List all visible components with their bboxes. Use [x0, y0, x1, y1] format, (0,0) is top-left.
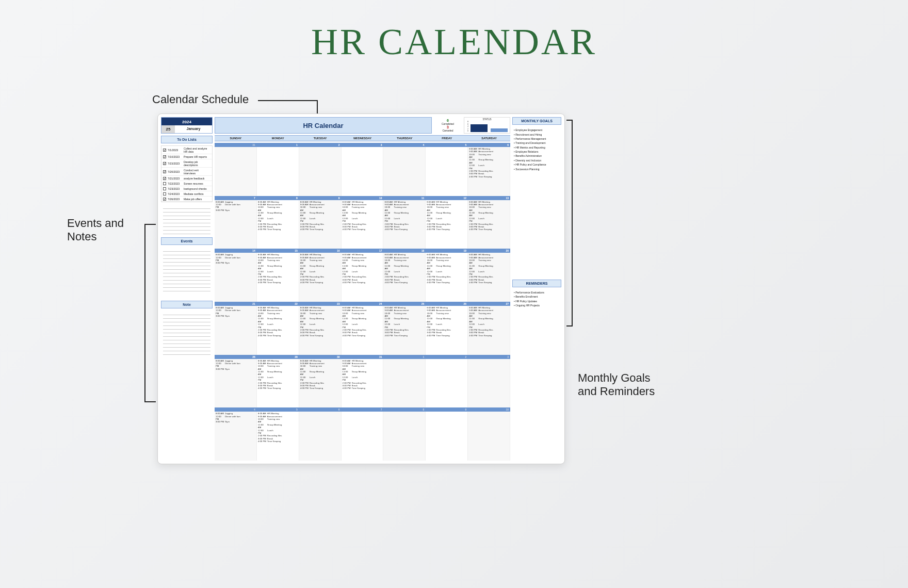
checkbox-icon[interactable]	[163, 198, 166, 201]
event-item: 12:00 PMLunch	[384, 217, 424, 223]
day-cell	[342, 412, 384, 461]
event-item: 4:00 PMTime Keeping	[469, 175, 509, 178]
event-item: 10:00 AMTraining new	[258, 206, 298, 211]
event-item: 10:00 AMTraining new	[427, 259, 466, 265]
page-title: HR CALENDAR	[0, 0, 908, 69]
event-item: 12:00 PMLunch	[469, 323, 509, 329]
reminder-item: Ongoing HR Projects	[514, 303, 560, 307]
year-box: 2024 25 January	[161, 117, 213, 134]
annotation-schedule: Calendar Schedule	[152, 93, 249, 106]
checkbox-icon[interactable]	[163, 170, 166, 173]
goal-item: Recruitment and Hiring	[514, 132, 560, 136]
event-item: 10:00 AMTraining new	[343, 206, 382, 211]
day-cell: 8:00 AMJogging12:00 PMDinner with fam3:0…	[215, 200, 257, 249]
event-item: 10:00 AMTraining new	[300, 365, 340, 370]
day-cell: 8:00 AMHR Meeting9:00 AMAnnouncement10:0…	[383, 200, 426, 249]
event-item: 12:00 PMLunch	[384, 270, 424, 276]
checkbox-icon[interactable]	[163, 155, 166, 158]
event-item: 12:00 PMLunch	[343, 376, 382, 382]
date-cell: 9	[299, 196, 342, 200]
event-item: 12:00 PMLunch	[258, 270, 298, 276]
date-cell: 6	[299, 407, 342, 412]
day-cell: 8:00 AMJogging12:00 PMDinner with fam3:0…	[215, 412, 257, 461]
checkbox-icon[interactable]	[163, 192, 166, 195]
todo-date: 7/15/2023	[168, 162, 182, 165]
left-panel: 2024 25 January To Do Lists 7/1/2023Coll…	[161, 117, 213, 461]
blank-lines	[161, 204, 213, 235]
todo-row: 7/23/2023background checks	[161, 186, 212, 191]
event-item: 10:00 AMTraining new	[300, 259, 340, 265]
year-label: 2024	[161, 119, 212, 125]
checkbox-icon[interactable]	[163, 182, 166, 185]
event-item: 11:00 AMGroup Meeting	[343, 370, 382, 376]
event-item: 10:00 AMTraining new	[384, 312, 424, 318]
day-cell	[426, 147, 468, 196]
todo-text: analyze feedback	[184, 177, 204, 180]
annotation-line	[317, 100, 318, 115]
week-row: 456789108:00 AMJogging12:00 PMDinner wit…	[215, 407, 510, 461]
date-cell: 11	[383, 196, 426, 200]
event-item: 3:00 PMGym	[216, 262, 255, 264]
event-item: 3:00 PMGym	[216, 315, 255, 317]
day-cell: 8:00 AMHR Meeting9:00 AMAnnouncement10:0…	[342, 253, 384, 302]
todo-text: Make job offers	[184, 198, 202, 201]
event-item: 4:00 PMTime Keeping	[469, 334, 509, 337]
event-item: 4:00 PMTime Keeping	[300, 387, 340, 389]
event-item: 11:00 AMGroup Meeting	[258, 211, 298, 217]
event-item: 12:00 PMLunch	[258, 376, 298, 382]
calendar-title: HR Calendar	[215, 117, 432, 134]
checkbox-icon[interactable]	[163, 177, 166, 180]
event-item: 12:00 PMDinner with fam	[216, 309, 255, 315]
date-cell: 3	[342, 143, 384, 147]
event-item: 12:00 PMLunch	[258, 217, 298, 223]
day-cell: 8:00 AMHR Meeting9:00 AMAnnouncement10:0…	[257, 200, 299, 249]
day-cell: 8:00 AMHR Meeting9:00 AMAnnouncement10:0…	[299, 359, 342, 408]
day-cell: 8:00 AMJogging12:00 PMDinner with fam3:0…	[215, 306, 257, 355]
event-item: 4:00 PMTime Keeping	[343, 334, 382, 337]
date-cell: 17	[342, 249, 384, 253]
date-cell: 26	[426, 302, 468, 306]
checkbox-icon[interactable]	[163, 149, 166, 152]
bar-canceled	[491, 128, 508, 133]
event-item: 10:00 AMTraining new	[258, 259, 298, 265]
event-item: 12:00 PMDinner with fam	[216, 256, 255, 262]
goal-item: Performance Management	[514, 137, 560, 141]
checkbox-icon[interactable]	[163, 162, 166, 165]
day-header: TUESDAY	[299, 136, 342, 141]
todo-row: 7/22/2023Screen resumes	[161, 181, 212, 186]
date-cell: 8	[383, 407, 426, 412]
event-item: 11:00 AMGroup Meeting	[384, 317, 424, 323]
day-cell: 8:00 AMHR Meeting9:00 AMAnnouncement10:0…	[299, 253, 342, 302]
todo-date: 7/26/2023	[168, 198, 182, 201]
day-cell	[426, 412, 468, 461]
todo-date: 7/22/2023	[168, 182, 182, 185]
event-item: 11:00 AMGroup Meeting	[258, 317, 298, 323]
day-cell	[383, 412, 426, 461]
day-label: 25	[161, 125, 175, 133]
annotation-line	[144, 401, 156, 402]
date-cell: 5	[257, 407, 299, 412]
goal-item: Benefits Administration	[514, 154, 560, 158]
day-cell	[299, 147, 342, 196]
event-item: 11:00 AMGroup Meeting	[427, 317, 466, 323]
week-row: 311234568:00 AMHR Meeting9:00 AMAnnounce…	[215, 143, 510, 196]
todo-row: 7/15/2023Develop job descriptions	[161, 159, 212, 168]
date-cell: 31	[215, 143, 257, 147]
todo-text: Develop job descriptions	[184, 160, 210, 167]
content-row: 8:00 AMJogging12:00 PMDinner with fam3:0…	[215, 359, 510, 408]
reminder-item: Performance Evaluations	[514, 290, 560, 295]
date-cell: 8	[257, 196, 299, 200]
date-cell: 2	[299, 143, 342, 147]
date-cell: 5	[426, 143, 468, 147]
date-cell: 28	[215, 355, 257, 359]
date-cell: 10	[468, 407, 510, 412]
event-item: 4:00 PMTime Keeping	[258, 387, 298, 389]
day-cell	[468, 412, 510, 461]
event-item: 12:00 PMLunch	[469, 217, 509, 223]
annotation-line	[572, 120, 573, 326]
date-cell: 19	[426, 249, 468, 253]
annotation-line	[566, 325, 573, 326]
event-item: 4:00 PMTime Keeping	[300, 281, 340, 284]
date-cell: 7	[215, 196, 257, 200]
checkbox-icon[interactable]	[163, 187, 166, 190]
